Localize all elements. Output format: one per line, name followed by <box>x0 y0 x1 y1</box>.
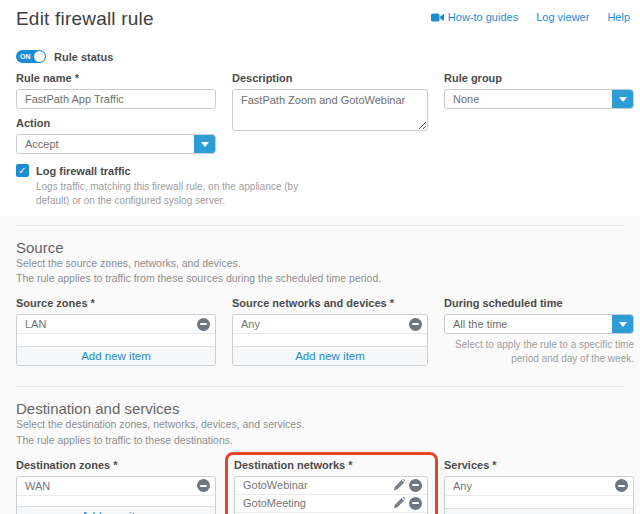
description-label: Description <box>232 72 428 84</box>
destination-networks-listbox: GotoWebinarGotoMeetingSkypeZoom Add new … <box>234 476 428 514</box>
column-rule-group: Rule group None <box>444 72 634 154</box>
list-item: WAN <box>17 477 215 496</box>
list-item-icons <box>197 479 210 492</box>
source-networks-column: Source networks and devices * Any Add ne… <box>232 297 428 366</box>
source-section-desc1: Select the source zones, networks, and d… <box>16 256 624 271</box>
video-camera-icon <box>431 13 444 22</box>
list-item-icons <box>393 479 422 492</box>
remove-icon[interactable] <box>409 479 422 492</box>
scheduled-time-select-value: All the time <box>445 315 612 333</box>
source-networks-label: Source networks and devices * <box>232 297 428 309</box>
log-firewall-traffic-label: Log firewall traffic <box>36 165 131 177</box>
add-new-item-button[interactable]: Add new item <box>445 508 633 514</box>
log-viewer-link[interactable]: Log viewer <box>536 11 589 23</box>
destination-zones-listbox: WAN Add new item <box>16 476 216 514</box>
list-item: Any <box>445 477 633 496</box>
chevron-down-icon <box>612 90 633 108</box>
remove-icon[interactable] <box>409 497 422 510</box>
list-item-icons <box>393 497 422 510</box>
list-item-label: Any <box>241 318 409 330</box>
list-item-label: GotoMeeting <box>243 497 393 509</box>
add-new-item-button[interactable]: Add new item <box>17 506 215 514</box>
destination-section: Destination and services Select the dest… <box>0 400 640 514</box>
source-zones-listbox: LAN Add new item <box>16 314 216 366</box>
log-traffic-row: ✓ Log firewall traffic <box>16 164 326 177</box>
rule-status-row: ON Rule status <box>16 50 624 63</box>
column-description: Description FastPath Zoom and GotoWebina… <box>232 72 428 154</box>
toggle-on-label: ON <box>20 53 31 60</box>
page-title: Edit firewall rule <box>16 8 154 30</box>
edit-icon[interactable] <box>393 497 405 509</box>
page-header: Edit firewall rule How-to guides Log vie… <box>0 0 640 30</box>
list-item-icons <box>615 479 628 492</box>
services-listbox: Any Add new item <box>444 476 634 514</box>
help-link[interactable]: Help <box>607 11 630 23</box>
how-to-guides-link[interactable]: How-to guides <box>431 11 518 23</box>
source-grid: Source zones * LAN Add new item Source n… <box>16 297 624 366</box>
log-traffic-block: ✓ Log firewall traffic Logs traffic, mat… <box>16 164 326 208</box>
source-section-title: Source <box>16 239 624 256</box>
source-zones-column: Source zones * LAN Add new item <box>16 297 216 366</box>
destination-grid: Destination zones * WAN Add new item Des… <box>16 459 624 514</box>
scheduled-time-help: Select to apply the rule to a specific t… <box>444 338 634 366</box>
rule-form: ON Rule status Rule name * Action Accept… <box>0 30 640 216</box>
scheduled-time-label: During scheduled time <box>444 297 634 309</box>
remove-icon[interactable] <box>615 479 628 492</box>
rule-name-input[interactable] <box>16 89 216 109</box>
rule-status-label: Rule status <box>54 51 113 63</box>
list-item-icons <box>197 318 210 331</box>
chevron-down-icon <box>612 315 633 333</box>
divider <box>16 225 624 226</box>
list-item: GotoMeeting <box>235 495 427 513</box>
source-zones-label: Source zones * <box>16 297 216 309</box>
add-new-item-button[interactable]: Add new item <box>233 346 427 365</box>
log-traffic-help: Logs traffic, matching this firewall rul… <box>36 180 326 208</box>
destination-section-desc2: The rule applies to traffic to these des… <box>16 433 624 448</box>
description-textarea[interactable]: FastPath Zoom and GotoWebinar <box>232 89 428 131</box>
remove-icon[interactable] <box>197 318 210 331</box>
rule-group-select[interactable]: None <box>444 89 634 109</box>
destination-zones-column: Destination zones * WAN Add new item <box>16 459 216 514</box>
list-item-label: WAN <box>25 480 197 492</box>
header-links: How-to guides Log viewer Help <box>431 11 630 23</box>
source-section-desc2: The rule applies to traffic from these s… <box>16 271 624 286</box>
action-select[interactable]: Accept <box>16 134 216 154</box>
listbox-filler <box>445 496 633 509</box>
list-item-label: LAN <box>25 318 197 330</box>
remove-icon[interactable] <box>197 479 210 492</box>
log-firewall-traffic-checkbox[interactable]: ✓ <box>16 164 29 177</box>
rule-status-toggle[interactable]: ON <box>16 50 46 63</box>
add-new-item-button[interactable]: Add new item <box>17 346 215 365</box>
toggle-knob <box>34 51 45 62</box>
help-label: Help <box>607 11 630 23</box>
remove-icon[interactable] <box>409 318 422 331</box>
how-to-guides-label: How-to guides <box>448 11 518 23</box>
source-networks-listbox: Any Add new item <box>232 314 428 366</box>
list-item: Any <box>233 315 427 334</box>
destination-section-title: Destination and services <box>16 400 624 417</box>
lower-sections: Source Select the source zones, networks… <box>0 216 640 514</box>
action-label: Action <box>16 117 216 129</box>
list-item-icons <box>409 318 422 331</box>
edit-icon[interactable] <box>393 479 405 491</box>
list-item-label: Any <box>453 480 615 492</box>
scheduled-time-select[interactable]: All the time <box>444 314 634 334</box>
services-column: Services * Any Add new item Services are… <box>444 459 634 514</box>
services-label: Services * <box>444 459 634 471</box>
destination-section-desc1: Select the destination zones, networks, … <box>16 417 624 432</box>
rule-group-label: Rule group <box>444 72 634 84</box>
action-select-value: Accept <box>17 135 194 153</box>
top-fields-grid: Rule name * Action Accept Description Fa… <box>16 72 624 154</box>
list-item-label: GotoWebinar <box>243 479 393 491</box>
scheduled-time-column: During scheduled time All the time Selec… <box>444 297 634 366</box>
source-section: Source Select the source zones, networks… <box>0 239 640 366</box>
rule-group-select-value: None <box>445 90 612 108</box>
rule-name-label: Rule name * <box>16 72 216 84</box>
destination-networks-highlight: Destination networks * GotoWebinarGotoMe… <box>225 452 438 514</box>
list-item: GotoWebinar <box>235 477 427 495</box>
list-item: LAN <box>17 315 215 334</box>
destination-zones-label: Destination zones * <box>16 459 216 471</box>
chevron-down-icon <box>194 135 215 153</box>
destination-networks-column: Destination networks * GotoWebinarGotoMe… <box>232 459 428 514</box>
divider <box>16 386 624 387</box>
